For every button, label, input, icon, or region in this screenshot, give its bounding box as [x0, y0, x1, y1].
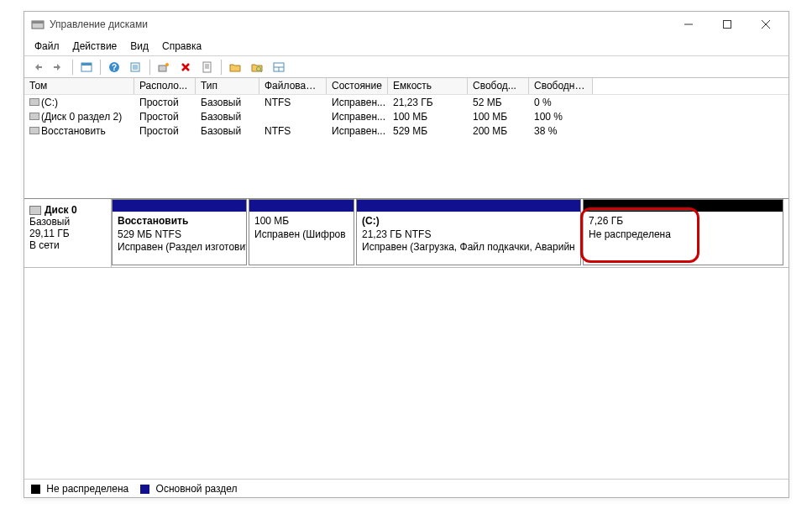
partition-status: Не распределена — [589, 228, 778, 242]
menu-action[interactable]: Действие — [66, 39, 124, 54]
legend-primary: Основной раздел — [140, 483, 237, 495]
help-button[interactable]: ? — [104, 58, 124, 76]
svg-rect-1 — [32, 21, 44, 24]
app-icon — [31, 18, 45, 31]
partition-bar — [249, 200, 354, 212]
partition-primary[interactable]: (C:)21,23 ГБ NTFSИсправен (Загрузка, Фай… — [356, 199, 581, 265]
cell-cap: 100 МБ — [388, 110, 468, 123]
minimize-button[interactable] — [669, 12, 708, 37]
menu-help[interactable]: Справка — [155, 39, 208, 54]
table-header[interactable]: Том Располо... Тип Файловая c... Состоян… — [24, 78, 788, 95]
col-capacity[interactable]: Емкость — [388, 78, 468, 94]
partition-size: 529 МБ NTFS — [118, 228, 241, 242]
volume-icon — [29, 127, 39, 134]
cell-layout: Простой — [134, 110, 196, 123]
menubar: Файл Действие Вид Справка — [24, 37, 788, 55]
cell-pct: 0 % — [529, 96, 593, 109]
menu-file[interactable]: Файл — [28, 39, 66, 54]
legend: Не распределена Основной раздел — [24, 479, 788, 497]
disk-icon — [29, 206, 41, 215]
new-partition-button[interactable] — [154, 58, 174, 76]
settings-list-button[interactable] — [126, 58, 146, 76]
disk-info[interactable]: Диск 0 Базовый 29,11 ГБ В сети — [24, 199, 112, 267]
swatch-unallocated-icon — [31, 485, 40, 494]
legend-unallocated: Не распределена — [31, 483, 128, 495]
partition-status: Исправен (Раздел изготовит — [118, 241, 241, 254]
svg-rect-8 — [159, 66, 166, 71]
cell-status: Исправен... — [327, 96, 388, 109]
titlebar: Управление дисками — [24, 12, 788, 37]
partition-body: Восстановить529 МБ NTFSИсправен (Раздел … — [113, 212, 246, 265]
back-button[interactable] — [27, 58, 47, 76]
svg-rect-2 — [724, 21, 731, 29]
forward-button[interactable] — [49, 58, 69, 76]
svg-rect-10 — [203, 62, 211, 72]
disk-name: Диск 0 — [45, 204, 77, 216]
cell-cap: 529 МБ — [388, 124, 468, 138]
cell-free: 100 МБ — [468, 110, 529, 123]
col-free[interactable]: Свобод... — [468, 78, 529, 94]
volume-icon — [29, 113, 39, 120]
swatch-primary-icon — [140, 485, 149, 494]
partition-bar — [584, 200, 783, 212]
cell-type: Базовый — [196, 96, 259, 109]
cell-pct: 38 % — [529, 124, 593, 138]
cell-volume: (Диск 0 раздел 2) — [24, 110, 134, 123]
disk-type: Базовый — [29, 216, 106, 228]
partition-body: (C:)21,23 ГБ NTFSИсправен (Загрузка, Фай… — [357, 212, 580, 265]
table-row[interactable]: (Диск 0 раздел 2)ПростойБазовыйИсправен.… — [24, 109, 788, 123]
volumes-table: Том Располо... Тип Файловая c... Состоян… — [24, 77, 788, 198]
svg-text:?: ? — [112, 63, 117, 72]
partition-size: 7,26 ГБ — [589, 215, 778, 228]
disk-management-window: Управление дисками Файл Действие Вид Спр… — [24, 11, 789, 498]
cell-layout: Простой — [134, 124, 196, 138]
close-button[interactable] — [747, 12, 785, 37]
partition-status: Исправен (Шифров — [254, 228, 348, 242]
cell-type: Базовый — [196, 110, 259, 123]
cell-free: 52 МБ — [468, 96, 529, 109]
col-filesystem[interactable]: Файловая c... — [259, 78, 327, 94]
window-title: Управление дисками — [50, 18, 669, 30]
cell-free: 200 МБ — [468, 124, 529, 138]
volume-icon — [29, 98, 39, 106]
partition-bar — [113, 200, 246, 212]
maximize-button[interactable] — [708, 12, 747, 37]
table-row[interactable]: ВосстановитьПростойБазовыйNTFSИсправен..… — [24, 123, 788, 138]
cell-volume: Восстановить — [24, 124, 134, 138]
partition-body: 7,26 ГБНе распределена — [584, 212, 783, 265]
folder-button[interactable] — [225, 58, 245, 76]
svg-rect-4 — [81, 63, 92, 66]
col-volume[interactable]: Том — [24, 78, 134, 94]
partition-primary[interactable]: Восстановить529 МБ NTFSИсправен (Раздел … — [112, 199, 247, 265]
cell-fs: NTFS — [259, 124, 327, 138]
cell-cap: 21,23 ГБ — [388, 96, 468, 109]
col-type[interactable]: Тип — [196, 78, 259, 94]
properties-button[interactable] — [197, 58, 217, 76]
partition-body: 100 МБИсправен (Шифров — [249, 212, 354, 265]
graphical-view: Диск 0 Базовый 29,11 ГБ В сети Восстанов… — [24, 198, 788, 479]
partition-status: Исправен (Загрузка, Файл подкачки, Авари… — [362, 241, 575, 254]
col-layout[interactable]: Располо... — [134, 78, 196, 94]
menu-view[interactable]: Вид — [123, 39, 155, 54]
cell-fs — [259, 116, 327, 118]
disk-size: 29,11 ГБ — [29, 228, 106, 239]
partition-size: 21,23 ГБ NTFS — [362, 228, 575, 242]
delete-button[interactable] — [175, 58, 196, 76]
layout-button[interactable] — [269, 58, 289, 76]
partition-primary[interactable]: 100 МБИсправен (Шифров — [249, 199, 354, 265]
table-row[interactable]: (C:)ПростойБазовыйNTFSИсправен...21,23 Г… — [24, 95, 788, 109]
svg-point-9 — [165, 63, 169, 66]
disk-row[interactable]: Диск 0 Базовый 29,11 ГБ В сети Восстанов… — [24, 199, 788, 268]
partition-unallocated[interactable]: 7,26 ГБНе распределена — [583, 199, 783, 265]
col-freepct[interactable]: Свободно % — [529, 78, 593, 94]
cell-type: Базовый — [196, 124, 259, 138]
pane-button[interactable] — [76, 58, 97, 76]
cell-pct: 100 % — [529, 110, 593, 123]
cell-fs: NTFS — [259, 96, 327, 109]
disk-status: В сети — [29, 239, 106, 251]
cell-status: Исправен... — [327, 124, 388, 138]
partition-title: Восстановить — [118, 215, 241, 228]
search-folder-button[interactable] — [247, 58, 267, 76]
col-status[interactable]: Состояние — [327, 78, 388, 94]
partition-title: (C:) — [362, 215, 575, 228]
